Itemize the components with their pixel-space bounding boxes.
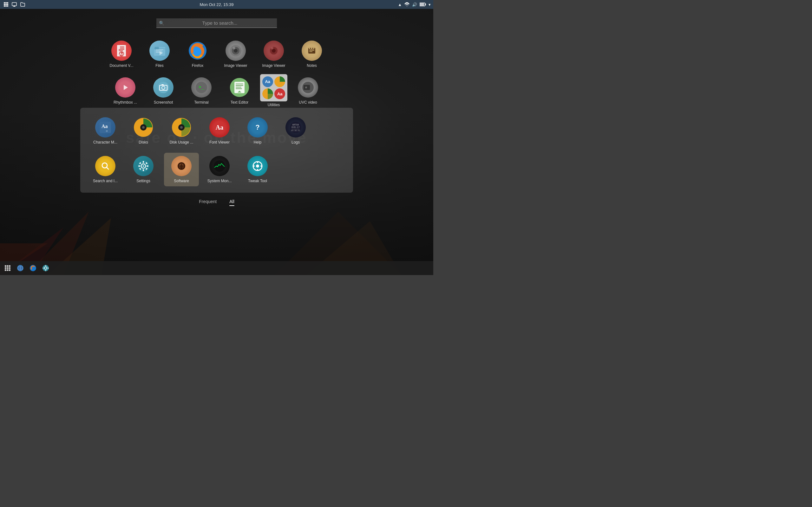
svg-rect-12 (4, 5, 5, 7)
show-apps-button[interactable] (2, 262, 13, 274)
svg-rect-42 (309, 50, 314, 51)
app-document-viewer[interactable]: Ac Document V... (104, 38, 139, 71)
wifi-icon[interactable] (404, 2, 409, 7)
svg-rect-10 (5, 4, 7, 5)
document-viewer-icon: Ac (111, 41, 132, 61)
taskbar-browser[interactable] (14, 262, 26, 274)
svg-rect-114 (7, 268, 9, 269)
app-label: Software (166, 179, 197, 183)
svg-text:DY8:17: DY8:17 (292, 126, 299, 129)
svg-point-101 (181, 165, 183, 167)
desktop-icon[interactable] (11, 1, 18, 8)
launcher-tabs: Frequent All (199, 199, 235, 205)
app-files[interactable]: Files (142, 38, 177, 71)
app-label: Character M... (90, 140, 121, 145)
notes-icon (302, 41, 322, 61)
svg-rect-6 (4, 2, 5, 3)
svg-rect-20 (425, 3, 426, 5)
app-label: Search and I... (90, 179, 121, 183)
utilities-row1: Aa α Character M... Disks (88, 114, 345, 148)
svg-rect-92 (138, 165, 140, 167)
app-firefox[interactable]: Firefox (180, 38, 215, 71)
util-icon-2 (274, 76, 285, 87)
app-image-viewer2[interactable]: Image Viewer (256, 38, 291, 71)
app-search-install[interactable]: Search and I... (88, 153, 123, 186)
search-input[interactable] (156, 18, 277, 28)
svg-point-38 (271, 47, 273, 49)
utilities-panel: Aa α Character M... Disks (80, 108, 353, 193)
system-monitor-icon (209, 156, 230, 176)
app-notes[interactable]: Notes (294, 38, 329, 71)
svg-text:ARTUA: ARTUA (292, 124, 299, 126)
svg-rect-108 (253, 165, 255, 167)
tab-all[interactable]: All (229, 199, 235, 205)
app-software[interactable]: Software (164, 153, 199, 186)
svg-rect-45 (311, 47, 312, 49)
svg-rect-13 (5, 5, 7, 7)
svg-rect-59 (236, 89, 242, 89)
app-system-monitor[interactable]: System Mon... (202, 153, 237, 186)
tweak-tool-icon (247, 156, 268, 176)
app-label: Help (242, 140, 273, 145)
app-uvc[interactable]: UVC video (291, 74, 325, 108)
disks-icon (133, 117, 154, 137)
rhythmbox-icon (115, 77, 136, 98)
svg-text:Aa: Aa (101, 124, 108, 129)
svg-rect-110 (5, 265, 6, 267)
eject-icon[interactable]: ▲ (398, 2, 402, 7)
svg-rect-14 (7, 5, 8, 7)
taskbar-settings[interactable] (40, 262, 51, 274)
bottom-taskbar (0, 261, 433, 275)
utilities-row2: Search and I... (88, 153, 345, 186)
tab-frequent[interactable]: Frequent (199, 199, 217, 205)
svg-rect-26 (156, 49, 163, 50)
launcher-overlay: 🔍 Ac Document V... Files (0, 9, 433, 275)
uvc-icon (298, 77, 318, 98)
app-label: Settings (128, 179, 159, 183)
svg-rect-93 (147, 165, 148, 167)
volume-icon[interactable]: 🔊 (412, 2, 417, 7)
app-tweak-tool[interactable]: Tweak Tool (240, 153, 275, 186)
app-screenshot[interactable]: Screenshot (146, 74, 181, 108)
dropdown-icon[interactable]: ▾ (428, 2, 431, 7)
middle-row: Rhythmbox ... Screenshot >_ (108, 74, 325, 108)
app-settings[interactable]: Settings (126, 153, 161, 186)
app-help[interactable]: ? Help (240, 114, 275, 148)
battery-icon[interactable] (420, 2, 426, 7)
app-disks[interactable]: Disks (126, 114, 161, 148)
svg-rect-9 (4, 4, 5, 5)
char-map-icon: Aa α (95, 117, 115, 137)
app-char-map[interactable]: Aa α Character M... (88, 114, 123, 148)
svg-rect-28 (156, 52, 163, 53)
app-label: Rhythmbox ... (110, 100, 141, 105)
svg-rect-113 (5, 268, 6, 269)
svg-text:Aa: Aa (216, 124, 223, 131)
taskbar-firefox[interactable] (27, 262, 39, 274)
app-rhythmbox[interactable]: Rhythmbox ... (108, 74, 143, 108)
app-disk-usage[interactable]: Disk Usage ... (164, 114, 199, 148)
svg-text:?: ? (255, 123, 259, 131)
util-icon-1: Aa (262, 76, 273, 87)
svg-rect-118 (9, 269, 10, 271)
app-font-viewer[interactable]: Aa Font Viewer (202, 114, 237, 148)
svg-point-125 (45, 270, 46, 271)
app-image-viewer1[interactable]: Image Viewer (218, 38, 253, 71)
app-logs[interactable]: ARTUA DY8:17 00:00:01 Logs (278, 114, 313, 148)
svg-rect-57 (236, 85, 243, 86)
top-app-row: Ac Document V... Files Firefox (104, 38, 329, 71)
settings-icon (133, 156, 154, 176)
svg-rect-17 (13, 6, 15, 7)
panel-left (3, 1, 26, 8)
image-viewer2-icon (264, 41, 284, 61)
svg-text:>_: >_ (199, 84, 204, 90)
files-icon[interactable] (19, 1, 26, 8)
svg-text:α: α (106, 129, 108, 132)
apps-icon[interactable] (3, 1, 9, 8)
svg-text:00:00:01: 00:00:01 (291, 129, 300, 131)
app-terminal[interactable]: >_ Terminal (184, 74, 219, 108)
svg-rect-46 (313, 47, 314, 49)
app-text-editor[interactable]: Text Editor (222, 74, 257, 108)
utilities-popup[interactable]: Aa (260, 74, 287, 101)
svg-rect-112 (9, 265, 10, 267)
svg-rect-115 (9, 268, 10, 269)
